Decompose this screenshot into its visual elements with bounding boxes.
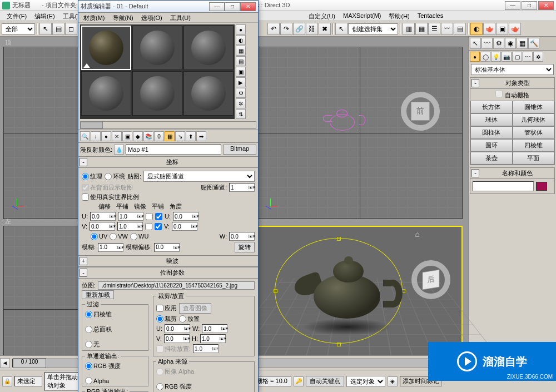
pick-icon[interactable]: 💧 [114,145,124,155]
object-name-input[interactable] [473,181,534,191]
menu-customize[interactable]: 自定义(U) [305,11,339,21]
tab-motion-icon[interactable]: ◉ [505,38,516,49]
tab-modify-icon[interactable]: 〰 [481,38,493,49]
realworld-checkbox[interactable]: 使用真实世界比例 [82,193,139,201]
tab-create-arrow-icon[interactable]: ↖ [470,38,481,49]
curve-editor-icon[interactable]: 〰 [441,23,453,35]
teapot-rendered[interactable] [291,252,403,330]
background-icon[interactable]: ▦ [236,46,246,56]
selection-filter[interactable]: 全部 [2,23,35,34]
material-slot-5[interactable] [132,71,182,116]
reset-icon[interactable]: ✕ [112,131,122,141]
spacewarps-icon[interactable]: 〰 [523,52,533,62]
menu-maxscript[interactable]: MAXScript(M) [340,11,384,21]
helpers-icon[interactable]: ▢ [512,52,522,62]
material-slot-1[interactable] [81,26,131,70]
summed-radio[interactable]: 总面积 [85,325,145,334]
obj-box[interactable]: 长方体 [470,101,513,113]
render-setup-icon[interactable]: 🫖 [483,23,495,35]
obj-geosphere[interactable]: 几何球体 [513,113,555,126]
view-image-button[interactable]: 查看图像 [179,303,211,314]
viewcube-face[interactable]: 后 [423,270,440,290]
maximize-button[interactable]: □ [522,1,537,10]
mono-alpha-radio[interactable]: Alpha [85,377,145,384]
lights-icon[interactable]: 💡 [491,52,501,62]
make-copy-icon[interactable]: ▣ [122,131,132,141]
mirror-icon[interactable]: ▥ [403,23,415,35]
put-to-lib-icon[interactable]: 📚 [143,131,153,141]
obj-sphere[interactable]: 球体 [470,113,513,126]
apply-checkbox[interactable]: 应用 [156,304,177,312]
menu-help[interactable]: 帮助(H) [385,11,413,21]
put-to-scene-icon[interactable]: ↓ [91,131,101,141]
material-editor-icon[interactable]: ◐ [470,23,483,35]
geometry-icon[interactable]: ● [470,52,480,62]
undo-icon[interactable]: ↶ [267,23,280,35]
mat-menu-material[interactable]: 材质(M) [81,13,108,22]
material-slot-6[interactable] [183,71,234,116]
auto-key-button[interactable]: 自动关键点 [306,376,344,386]
make-preview-icon[interactable]: ▶ [236,77,246,87]
blur-offset-spin[interactable] [155,244,173,250]
slot-scrollbar[interactable] [80,121,256,129]
redo-icon[interactable]: ↷ [280,23,292,35]
mat-maximize-button[interactable]: □ [225,2,240,11]
show-map-icon[interactable]: ▦ [165,131,175,141]
tab-hierarchy-icon[interactable]: ⚙ [493,38,504,49]
crop-radio[interactable]: 裁剪 [156,315,177,323]
home-icon[interactable]: ⌂ [415,230,420,239]
material-slot-4[interactable] [81,71,131,116]
autogrid-checkbox[interactable]: 自动栅格 [495,92,529,98]
go-sibling-icon[interactable]: ➡ [196,131,206,141]
tab-utilities-icon[interactable]: 🔨 [528,38,539,49]
mat-close-button[interactable]: ✕ [240,2,256,11]
key-target[interactable]: 选定对象 [346,376,385,387]
quick-render-icon[interactable]: 🫖 [509,23,521,35]
rollout-toggle[interactable]: - [471,79,479,87]
systems-icon[interactable]: ✲ [533,52,543,62]
w-angle[interactable] [230,234,249,240]
key-icon[interactable]: 🔑 [294,376,304,386]
u-angle[interactable] [173,214,192,220]
v-tiling[interactable] [118,224,137,230]
alpha-rgb-radio[interactable]: RGB 强度 [156,383,251,391]
move-cursor-icon[interactable]: ↖ [335,23,348,35]
material-editor-titlebar[interactable]: 材质编辑器 - 01 - Default — □ ✕ [78,1,258,13]
time-tag-icon[interactable]: ◈ [388,376,398,386]
map-channel-spin[interactable] [230,185,249,191]
gizmo-handle[interactable] [337,343,341,346]
close-button[interactable]: ✕ [538,1,554,10]
mat-id-icon[interactable]: 0 [154,131,164,141]
assign-icon[interactable]: ● [101,131,111,141]
bitmap-path-button[interactable]: .dministrator\Desktop\1\1628220_15475034… [98,281,255,290]
render-frame-icon[interactable]: ▣ [496,23,508,35]
sample-type-icon[interactable]: ● [236,24,246,34]
backlight-icon[interactable]: ◐ [236,35,246,45]
vw-radio[interactable]: VW [110,233,128,240]
mat-map-nav-icon[interactable]: ⇅ [236,109,246,119]
select-by-mat-icon[interactable]: ✲ [236,98,246,108]
teapot-wireframe[interactable] [324,108,363,133]
minimize-button[interactable]: — [505,1,520,10]
u-offset[interactable] [91,214,110,220]
map-name-input[interactable] [126,145,221,155]
rollout-toggle[interactable]: - [80,269,87,277]
material-slot-2[interactable] [132,26,182,70]
u-mirror[interactable] [146,213,153,220]
align-icon[interactable]: ▦ [415,23,428,35]
mono-rgb-radio[interactable]: RGB 强度 [85,362,145,370]
obj-teapot[interactable]: 茶壶 [470,152,513,165]
reload-button[interactable]: 重新加载 [82,290,114,299]
uv-radio[interactable]: UV [91,233,107,240]
map-channel-combo[interactable]: 显式贴图通道 [143,171,255,182]
material-slot-3[interactable] [183,26,234,70]
time-prev-icon[interactable]: ◄ [0,358,10,368]
obj-plane[interactable]: 平面 [513,152,555,165]
show-back-checkbox[interactable]: 在背面显示贴图 [82,183,133,192]
options-icon[interactable]: ⚙ [236,88,246,98]
link-icon[interactable]: 🔗 [293,23,305,35]
viewcube-front[interactable]: 前 [401,92,440,131]
v-offset[interactable] [90,224,109,230]
crop-h[interactable] [201,336,220,342]
obj-cone[interactable]: 圆锥体 [513,101,555,113]
